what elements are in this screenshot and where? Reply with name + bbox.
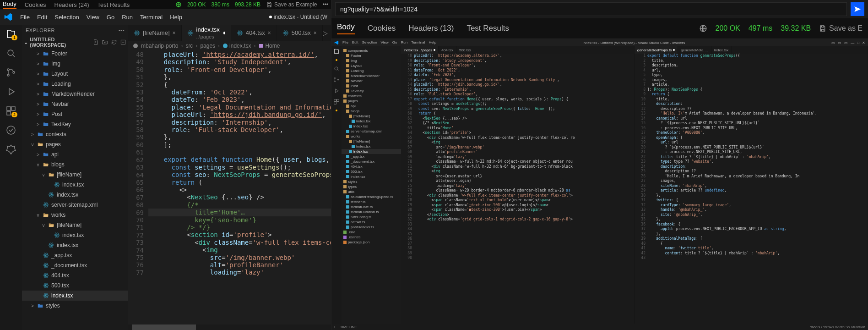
tree-item[interactable]: vworks: [22, 210, 128, 220]
api-tab-headers[interactable]: Headers (24): [54, 1, 89, 8]
tree-item[interactable]: index.tsx: [22, 240, 128, 250]
panel-tree-item[interactable]: blogs: [342, 109, 401, 114]
layout-icon[interactable]: ▭: [838, 41, 841, 45]
panel-tree-item[interactable]: server-sitemap.xml: [342, 129, 401, 134]
panel-tree-item[interactable]: styles: [342, 179, 401, 184]
panel-tree-item[interactable]: index.tsx: [342, 119, 401, 124]
collapse-icon[interactable]: [120, 39, 126, 45]
panel-tree-item[interactable]: 404.tsx: [342, 164, 401, 169]
api-tab-cookies[interactable]: Cookies: [25, 1, 46, 8]
tree-item[interactable]: >Layout: [22, 69, 128, 79]
resp-tab-headers[interactable]: Headers (13): [408, 24, 454, 33]
tree-item[interactable]: >contexts: [22, 129, 128, 139]
panel-tree-item[interactable]: [fileName]: [342, 114, 401, 119]
close-icon[interactable]: ×: [314, 30, 317, 36]
tree-item[interactable]: 404.tsx: [22, 270, 128, 280]
tree-item[interactable]: >Img: [22, 59, 128, 69]
panel-tree-item[interactable]: TextKey: [342, 88, 401, 94]
resp-tab-cookies[interactable]: Cookies: [368, 24, 396, 33]
horizontal-scrollbar[interactable]: [128, 324, 331, 330]
panel-tree-item[interactable]: formatDate.ts: [342, 204, 401, 209]
minimize-icon[interactable]: —: [851, 41, 854, 45]
tree-item[interactable]: >Footer: [22, 49, 128, 59]
breadcrumbs[interactable]: mbaharip-porto› src› pages› index.tsx› H…: [128, 41, 331, 51]
bc-item[interactable]: mbaharip-porto: [141, 43, 178, 49]
panel-tree-item[interactable]: Layout: [342, 63, 401, 68]
panel-tree-item[interactable]: package.json: [342, 240, 401, 245]
tree-item[interactable]: index.tsx: [22, 190, 128, 200]
tree-item[interactable]: vblogs: [22, 160, 128, 170]
bc-item[interactable]: index.tsx: [222, 43, 251, 49]
bc-item[interactable]: pages: [200, 43, 215, 49]
panel-editor-tab[interactable]: index.tsx ..\pages: [401, 46, 439, 54]
workspace-row[interactable]: ⌄ UNTITLED (WORKSPACE): [22, 36, 128, 49]
panel-tree-item[interactable]: Img: [342, 58, 401, 63]
activity-scm-icon[interactable]: [333, 77, 340, 83]
tree-item[interactable]: vpages: [22, 139, 128, 149]
activity-explorer-icon[interactable]: 1: [5, 28, 16, 39]
tree-item[interactable]: >TextKey: [22, 119, 128, 129]
panel-tree-item[interactable]: .env: [342, 230, 401, 235]
refresh-icon[interactable]: [111, 39, 117, 45]
panel-editor-tab[interactable]: generateMeta.…: [678, 46, 711, 54]
activity-remote-icon[interactable]: [5, 125, 16, 136]
panel-editor-tab[interactable]: index.tsx: [711, 46, 732, 54]
menu-run[interactable]: Run: [122, 14, 133, 21]
panel-editor-tab[interactable]: generateSeoProps.ts: [635, 46, 678, 54]
activity-extensions-icon[interactable]: [333, 99, 340, 105]
editor-tab[interactable]: [fileName]×: [128, 25, 182, 41]
activity-extensions-icon[interactable]: 2: [5, 105, 16, 116]
close-icon[interactable]: ✕: [862, 41, 865, 45]
layout-icon[interactable]: ▭: [844, 41, 848, 45]
panel-tree-item[interactable]: contexts: [342, 94, 401, 99]
panel-tree-item[interactable]: Footer: [342, 53, 401, 58]
save-as-example[interactable]: Save as E: [819, 24, 863, 33]
menu-selection[interactable]: Selection: [54, 14, 79, 21]
activity-scm-icon[interactable]: [5, 67, 16, 78]
tree-item[interactable]: index.tsx: [22, 180, 128, 190]
panel-tree-item[interactable]: SiteConfig.ts: [342, 214, 401, 220]
panel-editor-tab[interactable]: 500.tsx: [456, 46, 474, 54]
tree-item[interactable]: >Post: [22, 109, 128, 119]
api-tab-test-results[interactable]: Test Results: [97, 1, 130, 8]
panel-tree-item[interactable]: index.tsx: [342, 144, 401, 149]
panel-tree-item[interactable]: MarkdownRender: [342, 73, 401, 78]
menu-go[interactable]: Go: [107, 14, 114, 21]
chevron-right-icon[interactable]: ›: [334, 325, 336, 329]
maximize-icon[interactable]: □: [857, 41, 859, 45]
tree-item[interactable]: v[fileName]: [22, 170, 128, 180]
panel-tree-item[interactable]: index.tsx: [342, 149, 401, 154]
menu-edit[interactable]: Edit: [37, 14, 47, 21]
panel-tree-item[interactable]: index.tsx: [342, 174, 401, 179]
panel-tree-item[interactable]: calculateReadingSpeed.ts: [342, 194, 401, 199]
panel-tree-item[interactable]: Post: [342, 83, 401, 88]
panel-tree-item[interactable]: octokit.ts: [342, 220, 401, 225]
close-icon[interactable]: ×: [268, 30, 271, 36]
tree-item[interactable]: 500.tsx: [22, 280, 128, 291]
panel-tree-item[interactable]: formatDuration.ts: [342, 209, 401, 214]
activity-search-icon[interactable]: [333, 66, 340, 72]
run-icon[interactable]: ▷: [323, 29, 328, 37]
tree-item[interactable]: >MarkdownRender: [22, 89, 128, 99]
panel-tree-item[interactable]: _app.tsx: [342, 154, 401, 159]
activity-search-icon[interactable]: [5, 48, 16, 59]
panel-tree-item[interactable]: api: [342, 104, 401, 109]
new-file-icon[interactable]: [92, 39, 99, 45]
editor-tab[interactable]: 404.tsx×: [231, 25, 277, 41]
menu-terminal[interactable]: Terminal: [140, 14, 163, 21]
panel-tree-item[interactable]: postHandler.ts: [342, 225, 401, 230]
scroll-thumb[interactable]: [132, 324, 196, 330]
panel-tree-item[interactable]: [fileName]: [342, 139, 401, 144]
tree-item[interactable]: >api: [22, 149, 128, 160]
panel-tree-item[interactable]: .eslintrc: [342, 235, 401, 240]
api-tab-body[interactable]: Body: [3, 0, 16, 9]
send-button[interactable]: [851, 2, 864, 16]
kebab-icon[interactable]: •••: [322, 1, 328, 8]
panel-left-code[interactable]: placeUrl: 'https://academy.alterra.id/',…: [414, 54, 634, 324]
editor-tab[interactable]: index.tsx ..\pages: [182, 25, 231, 41]
menu-file[interactable]: File: [20, 14, 30, 21]
menu-view[interactable]: View: [87, 14, 99, 21]
panel-editor-tab[interactable]: 404.tsx: [439, 46, 456, 54]
panel-tree-item[interactable]: works: [342, 134, 401, 139]
panel-tree-item[interactable]: Navbar: [342, 78, 401, 83]
